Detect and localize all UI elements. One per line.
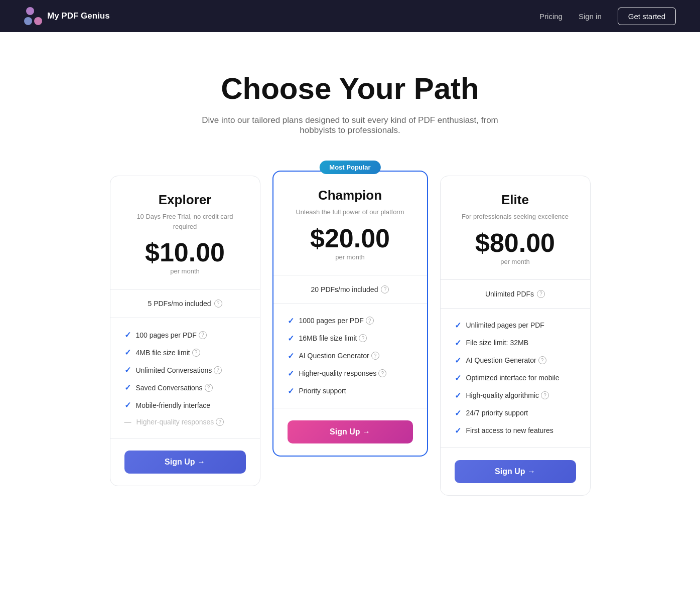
- feature-label: Saved Conversations: [136, 384, 203, 392]
- feature-label: 4MB file size limit: [136, 349, 190, 357]
- info-icon: ?: [199, 331, 207, 339]
- card-header-champion: Champion Unleash the full power of our p…: [273, 172, 427, 275]
- plan-title: Elite: [455, 192, 576, 208]
- pdf-info-icon: ?: [381, 285, 389, 293]
- check-icon: ✓: [455, 426, 461, 435]
- info-icon: ?: [538, 356, 546, 364]
- navbar: My PDF Genius Pricing Sign in Get starte…: [0, 0, 700, 32]
- plan-title: Champion: [288, 188, 413, 203]
- feature-label: Higher-quality responses: [299, 369, 377, 377]
- nav-signin[interactable]: Sign in: [579, 12, 602, 21]
- brand-name: My PDF Genius: [47, 11, 110, 21]
- plan-price: $20.00: [288, 225, 413, 251]
- plan-card-champion: Most Popular Champion Unleash the full p…: [272, 171, 428, 457]
- card-footer: Sign Up →: [273, 408, 427, 456]
- feature-item: ✓ Higher-quality responses ?: [288, 369, 413, 378]
- info-icon: ?: [378, 369, 386, 377]
- plan-period: per month: [124, 267, 246, 275]
- pricing-cards: Explorer 10 Days Free Trial, no credit c…: [0, 166, 700, 536]
- most-popular-badge: Most Popular: [319, 163, 380, 172]
- feature-item: ✓ AI Question Generator ?: [288, 351, 413, 361]
- signup-button-champion[interactable]: Sign Up →: [288, 420, 413, 443]
- pdf-included: Unlimited PDFs ?: [441, 280, 590, 309]
- info-icon: ?: [205, 384, 213, 392]
- info-icon: ?: [366, 317, 374, 325]
- check-icon: ✓: [124, 330, 131, 340]
- feature-item: ✓ AI Question Generator ?: [455, 356, 576, 365]
- hero-section: Choose Your Path Dive into our tailored …: [0, 32, 700, 166]
- check-icon: ✓: [288, 334, 294, 343]
- feature-label: First access to new features: [466, 426, 553, 434]
- feature-item: ✓ 4MB file size limit ?: [124, 348, 246, 357]
- plan-subtitle: For professionals seeking excellence: [455, 212, 576, 222]
- plan-period: per month: [455, 258, 576, 265]
- info-icon: ?: [214, 366, 222, 374]
- feature-label: AI Question Generator: [299, 352, 369, 360]
- check-icon: ✓: [288, 351, 294, 361]
- check-icon: ✓: [455, 356, 461, 365]
- hero-subtitle: Dive into our tailored plans designed to…: [195, 115, 506, 135]
- feature-label: 24/7 priority support: [466, 409, 528, 417]
- dash-icon: —: [124, 418, 131, 426]
- check-icon: ✓: [124, 348, 131, 357]
- get-started-button[interactable]: Get started: [618, 8, 676, 25]
- feature-label: File size limit: 32MB: [466, 339, 528, 347]
- feature-label: Priority support: [299, 387, 346, 395]
- card-features: ✓ 1000 pages per PDF ? ✓ 16MB file size …: [273, 304, 427, 408]
- check-icon: ✓: [288, 369, 294, 378]
- card-header-explorer: Explorer 10 Days Free Trial, no credit c…: [110, 176, 260, 289]
- hero-title: Choose Your Path: [12, 72, 688, 105]
- card-features: ✓ 100 pages per PDF ? ✓ 4MB file size li…: [110, 318, 260, 438]
- plan-period: per month: [288, 253, 413, 261]
- info-icon: ?: [371, 352, 379, 360]
- check-icon: ✓: [288, 386, 294, 396]
- card-header-elite: Elite For professionals seeking excellen…: [441, 176, 590, 280]
- feature-label: Unlimited pages per PDF: [466, 321, 544, 329]
- check-icon: ✓: [455, 408, 461, 418]
- feature-item: ✓ 1000 pages per PDF ?: [288, 316, 413, 326]
- info-icon: ?: [541, 391, 549, 399]
- feature-item: ✓ 16MB file size limit ?: [288, 334, 413, 343]
- plan-subtitle: Unleash the full power of our platform: [288, 207, 413, 217]
- check-icon: ✓: [455, 321, 461, 330]
- pdf-info-icon: ?: [537, 290, 545, 298]
- feature-label: Mobile-friendly interface: [136, 401, 211, 409]
- pdf-info-icon: ?: [214, 300, 222, 308]
- feature-item: ✓ Unlimited Conversations ?: [124, 365, 246, 375]
- feature-label: Higher-quality responses: [136, 418, 214, 426]
- plan-card-elite: Elite For professionals seeking excellen…: [440, 176, 591, 496]
- feature-label: 1000 pages per PDF: [299, 317, 364, 325]
- feature-item: — Higher-quality responses ?: [124, 418, 246, 426]
- signup-button-explorer[interactable]: Sign Up →: [124, 451, 246, 474]
- plan-price: $80.00: [455, 230, 576, 256]
- check-icon: ✓: [124, 383, 131, 392]
- pdf-included: 5 PDFs/mo included ?: [110, 289, 260, 318]
- check-icon: ✓: [455, 373, 461, 383]
- signup-button-elite[interactable]: Sign Up →: [455, 460, 576, 483]
- plan-subtitle: 10 Days Free Trial, no credit card requi…: [124, 212, 246, 231]
- card-footer: Sign Up →: [441, 448, 590, 495]
- check-icon: ✓: [455, 338, 461, 348]
- info-icon: ?: [359, 334, 367, 342]
- feature-item: ✓ Saved Conversations ?: [124, 383, 246, 392]
- nav-pricing[interactable]: Pricing: [539, 12, 563, 21]
- check-icon: ✓: [124, 400, 131, 410]
- plan-title: Explorer: [124, 192, 246, 208]
- feature-label: 16MB file size limit: [299, 334, 357, 342]
- feature-item: ✓ 24/7 priority support: [455, 408, 576, 418]
- logo-icon: [24, 7, 42, 25]
- feature-item: ✓ Priority support: [288, 386, 413, 396]
- logo[interactable]: My PDF Genius: [24, 7, 110, 25]
- info-icon: ?: [192, 349, 200, 357]
- feature-label: 100 pages per PDF: [136, 331, 197, 339]
- feature-label: High-quality algorithmic: [466, 391, 539, 399]
- feature-label: Optimized interface for mobile: [466, 374, 559, 382]
- check-icon: ✓: [288, 316, 294, 326]
- plan-price: $10.00: [124, 239, 246, 265]
- info-icon: ?: [216, 418, 224, 426]
- card-features: ✓ Unlimited pages per PDF ✓ File size li…: [441, 309, 590, 448]
- pdf-included: 20 PDFs/mo included ?: [273, 275, 427, 304]
- feature-item: ✓ 100 pages per PDF ?: [124, 330, 246, 340]
- feature-label: AI Question Generator: [466, 356, 536, 364]
- nav-links: Pricing Sign in Get started: [539, 8, 676, 25]
